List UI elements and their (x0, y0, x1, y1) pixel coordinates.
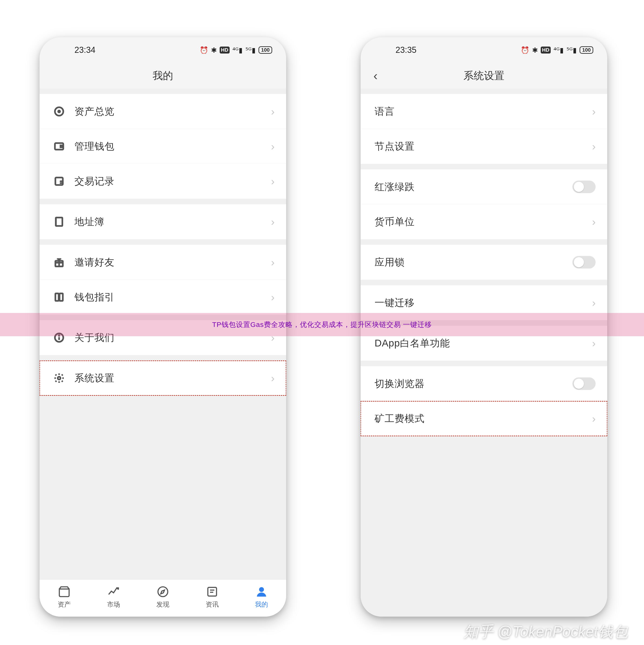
row-label: 系统设置 (74, 372, 271, 385)
svg-rect-5 (56, 218, 62, 226)
signal-5g-icon: ⁵ᴳ▮ (567, 46, 577, 54)
row-manage-wallets[interactable]: 管理钱包 › (39, 129, 286, 164)
tab-discover[interactable]: 发现 (156, 585, 169, 609)
compass-tab-icon (156, 585, 169, 598)
wallet-tab-icon (58, 585, 71, 598)
status-time: 23:35 (375, 45, 521, 55)
toggle-switch[interactable] (572, 256, 596, 268)
status-indicators: ⏰ ✱ HD ⁴ᴳ▮ ⁵ᴳ▮ 100 (521, 46, 594, 54)
settings-group: 资产总览 › 管理钱包 › 交易记录 › (39, 94, 286, 199)
book-icon (53, 216, 65, 227)
toggle-switch[interactable] (572, 181, 596, 193)
hd-icon: HD (220, 46, 230, 53)
svg-rect-8 (55, 293, 59, 301)
page-title-bar: 我的 (39, 63, 286, 88)
status-bar: 23:35 ⏰ ✱ HD ⁴ᴳ▮ ⁵ᴳ▮ 100 (361, 37, 607, 63)
svg-point-1 (58, 111, 60, 113)
row-label: 交易记录 (74, 175, 271, 188)
page-title: 系统设置 (463, 69, 504, 82)
alarm-icon: ⏰ (200, 46, 208, 54)
chevron-right-icon: › (592, 297, 596, 308)
gift-icon (53, 257, 65, 268)
svg-point-14 (158, 587, 168, 597)
row-label: 语言 (375, 105, 592, 118)
person-tab-icon (255, 585, 268, 598)
row-address-book[interactable]: 地址簿 › (39, 204, 286, 239)
row-miner-fee-mode[interactable]: 矿工费模式 › (361, 401, 607, 436)
tab-label: 我的 (255, 600, 268, 609)
chevron-right-icon: › (271, 106, 274, 117)
settings-group: 语言 › 节点设置 › (361, 94, 607, 164)
bluetooth-icon: ✱ (211, 46, 217, 54)
row-wallet-guide[interactable]: 钱包指引 › (39, 280, 286, 314)
overlay-text: TP钱包设置Gas费全攻略，优化交易成本，提升区块链交易 一键迁移 (212, 320, 432, 330)
tab-assets[interactable]: 资产 (58, 585, 71, 609)
status-indicators: ⏰ ✱ HD ⁴ᴳ▮ ⁵ᴳ▮ 100 (200, 46, 272, 54)
row-system-settings[interactable]: 系统设置 › (39, 361, 286, 396)
row-switch-browser[interactable]: 切换浏览器 (361, 366, 607, 401)
target-icon (53, 106, 65, 117)
tab-label: 资讯 (206, 600, 219, 609)
row-label: 钱包指引 (74, 291, 271, 304)
tab-label: 发现 (156, 600, 169, 609)
row-price-color[interactable]: 红涨绿跌 (361, 169, 607, 204)
toggle-switch[interactable] (572, 377, 596, 390)
row-label: 矿工费模式 (375, 412, 592, 425)
settings-group: 切换浏览器 矿工费模式 › (361, 366, 607, 436)
chevron-right-icon: › (592, 338, 596, 349)
row-label: DApp白名单功能 (375, 337, 592, 350)
row-label: 节点设置 (375, 140, 592, 153)
battery-icon: 100 (258, 46, 272, 54)
settings-group: 系统设置 › (39, 361, 286, 396)
tab-label: 资产 (58, 600, 71, 609)
chevron-right-icon: › (271, 141, 274, 152)
chevron-right-icon: › (592, 413, 596, 424)
tab-news[interactable]: 资讯 (206, 585, 219, 609)
row-label: 切换浏览器 (375, 377, 572, 390)
row-language[interactable]: 语言 › (361, 94, 607, 129)
row-label: 地址簿 (74, 215, 271, 228)
svg-point-13 (58, 377, 60, 380)
svg-rect-3 (60, 146, 62, 147)
signal-5g-icon: ⁵ᴳ▮ (245, 46, 256, 54)
news-tab-icon (206, 585, 219, 598)
status-bar: 23:34 ⏰ ✱ HD ⁴ᴳ▮ ⁵ᴳ▮ 100 (39, 37, 286, 63)
bluetooth-icon: ✱ (532, 46, 538, 54)
chevron-right-icon: › (271, 257, 274, 268)
row-node-settings[interactable]: 节点设置 › (361, 129, 607, 164)
history-icon (53, 176, 65, 187)
chevron-right-icon: › (271, 176, 274, 187)
back-button[interactable]: ‹ (374, 69, 378, 82)
chevron-right-icon: › (592, 216, 596, 227)
svg-rect-9 (59, 293, 63, 301)
row-label: 红涨绿跌 (375, 180, 572, 193)
tab-label: 市场 (107, 600, 120, 609)
hd-icon: HD (541, 46, 551, 53)
signal-4g-icon: ⁴ᴳ▮ (232, 46, 243, 54)
tab-mine[interactable]: 我的 (255, 585, 268, 609)
wallet-icon (53, 141, 65, 152)
zhihu-logo-icon (453, 631, 459, 633)
row-label: 管理钱包 (74, 140, 271, 153)
bottom-tab-bar: 资产 市场 发现 资讯 我的 (39, 579, 286, 617)
row-invite-friends[interactable]: 邀请好友 › (39, 245, 286, 280)
watermark: 知乎 @TokenPocket钱包 (453, 622, 628, 642)
chevron-right-icon: › (271, 292, 274, 302)
row-label: 应用锁 (375, 256, 572, 269)
tab-market[interactable]: 市场 (107, 585, 120, 609)
row-transactions[interactable]: 交易记录 › (39, 164, 286, 199)
page-title-bar: ‹ 系统设置 (361, 63, 607, 88)
page-title: 我的 (153, 69, 173, 82)
chevron-right-icon: › (271, 373, 274, 384)
row-currency-unit[interactable]: 货币单位 › (361, 204, 607, 239)
alarm-icon: ⏰ (521, 46, 529, 54)
settings-group: 邀请好友 › 钱包指引 › (39, 245, 286, 314)
row-label: 资产总览 (74, 105, 271, 118)
chart-tab-icon (107, 585, 120, 598)
signal-4g-icon: ⁴ᴳ▮ (554, 46, 564, 54)
row-app-lock[interactable]: 应用锁 (361, 245, 607, 280)
gear-icon (53, 373, 65, 384)
chevron-right-icon: › (592, 106, 596, 117)
chevron-right-icon: › (592, 141, 596, 152)
row-assets-overview[interactable]: 资产总览 › (39, 94, 286, 129)
